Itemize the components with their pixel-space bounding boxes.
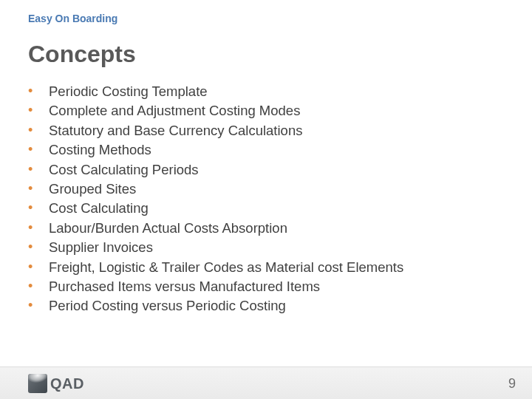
list-item: •Statutory and Base Currency Calculation… (28, 122, 504, 140)
list-item-text: Purchased Items versus Manufactured Item… (49, 278, 504, 296)
bullet-dot-icon: • (28, 102, 49, 120)
page-number: 9 (508, 376, 516, 392)
list-item: •Supplier Invoices (28, 239, 504, 256)
list-item-text: Complete and Adjustment Costing Modes (49, 102, 504, 120)
list-item: •Periodic Costing Template (28, 83, 504, 100)
list-item-text: Costing Methods (49, 141, 504, 159)
bullet-list: •Periodic Costing Template •Complete and… (28, 83, 504, 317)
slide: Easy On Boarding Concepts •Periodic Cost… (0, 0, 532, 399)
bullet-dot-icon: • (28, 297, 49, 315)
bullet-dot-icon: • (28, 219, 49, 237)
list-item-text: Periodic Costing Template (49, 83, 504, 100)
list-item: •Grouped Sites (28, 180, 504, 198)
logo-mark-icon (28, 374, 47, 393)
list-item: •Complete and Adjustment Costing Modes (28, 102, 504, 120)
bullet-dot-icon: • (28, 278, 49, 296)
bullet-dot-icon: • (28, 83, 49, 100)
slide-title: Concepts (28, 41, 136, 68)
list-item: •Cost Calculating Periods (28, 161, 504, 179)
list-item: •Labour/Burden Actual Costs Absorption (28, 219, 504, 237)
list-item: •Period Costing versus Periodic Costing (28, 297, 504, 315)
bullet-dot-icon: • (28, 122, 49, 140)
list-item: •Purchased Items versus Manufactured Ite… (28, 278, 504, 296)
list-item-text: Supplier Invoices (49, 239, 504, 256)
bullet-dot-icon: • (28, 161, 49, 179)
list-item-text: Cost Calculating Periods (49, 161, 504, 179)
bullet-dot-icon: • (28, 200, 49, 217)
list-item: •Costing Methods (28, 141, 504, 159)
list-item-text: Statutory and Base Currency Calculations (49, 122, 504, 140)
list-item-text: Grouped Sites (49, 180, 504, 198)
list-item-text: Period Costing versus Periodic Costing (49, 297, 504, 315)
bullet-dot-icon: • (28, 141, 49, 159)
bullet-dot-icon: • (28, 259, 49, 276)
list-item-text: Cost Calculating (49, 200, 504, 217)
list-item: •Cost Calculating (28, 200, 504, 217)
logo-text: QAD (50, 375, 84, 392)
list-item: •Freight, Logistic & Trailer Codes as Ma… (28, 259, 504, 276)
bullet-dot-icon: • (28, 239, 49, 256)
bullet-dot-icon: • (28, 180, 49, 198)
list-item-text: Freight, Logistic & Trailer Codes as Mat… (49, 259, 504, 276)
header-label: Easy On Boarding (28, 13, 117, 24)
list-item-text: Labour/Burden Actual Costs Absorption (49, 219, 504, 237)
logo: QAD (28, 374, 84, 393)
footer: QAD 9 (0, 366, 532, 399)
